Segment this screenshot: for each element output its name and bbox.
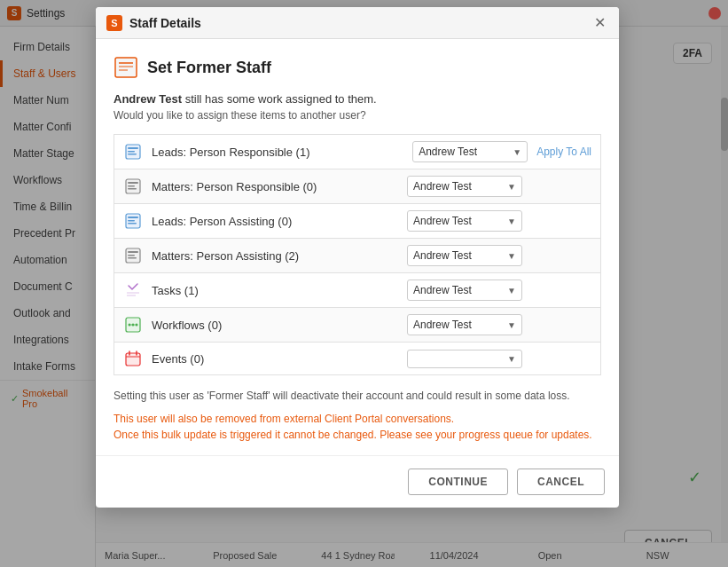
modal-titlebar: S Staff Details ✕ bbox=[96, 7, 619, 39]
info-text: Setting this user as 'Former Staff' will… bbox=[114, 388, 601, 404]
set-former-staff-icon bbox=[114, 55, 138, 80]
dropdown-caret-3: ▼ bbox=[507, 251, 516, 261]
row-dropdown-1[interactable]: Andrew Test ▼ bbox=[407, 176, 522, 197]
modal-body: Set Former Staff Andrew Test still has s… bbox=[96, 39, 619, 443]
svg-rect-6 bbox=[128, 151, 135, 153]
assign-row-events: Events (0) ▼ bbox=[114, 342, 601, 375]
dropdown-caret-0: ▼ bbox=[513, 147, 521, 157]
svg-rect-13 bbox=[128, 217, 138, 218]
modal-footer: CONTINUE CANCEL bbox=[96, 455, 619, 508]
workflows-icon bbox=[123, 315, 143, 335]
assign-row-leads-assisting: Leads: Person Assisting (0) Andrew Test … bbox=[114, 203, 601, 238]
svg-rect-17 bbox=[128, 251, 138, 253]
row-dropdown-6[interactable]: ▼ bbox=[407, 350, 522, 368]
modal-close-button[interactable]: ✕ bbox=[591, 14, 608, 32]
assign-row-tasks: Tasks (1) Andrew Test ▼ bbox=[114, 272, 601, 307]
svg-rect-15 bbox=[128, 223, 137, 224]
row-label-2: Leads: Person Assisting (0) bbox=[152, 215, 407, 228]
assignment-rows: Leads: Person Responsible (1) Andrew Tes… bbox=[114, 134, 601, 375]
leads-assisting-icon bbox=[123, 211, 143, 231]
staff-details-modal: S Staff Details ✕ Set Former Staff bbox=[96, 7, 619, 508]
svg-point-24 bbox=[132, 324, 135, 327]
row-label-1: Matters: Person Responsible (0) bbox=[152, 180, 407, 193]
row-label-6: Events (0) bbox=[152, 352, 407, 366]
assign-row-matters-assisting: Matters: Person Assisting (2) Andrew Tes… bbox=[114, 238, 601, 272]
modal-heading: Set Former Staff bbox=[147, 59, 271, 77]
continue-button[interactable]: CONTINUE bbox=[408, 469, 508, 495]
row-label-5: Workflows (0) bbox=[152, 319, 407, 332]
assign-row-matters-responsible: Matters: Person Responsible (0) Andrew T… bbox=[114, 169, 601, 203]
modal-warning: Andrew Test still has some work assigned… bbox=[114, 92, 601, 106]
row-dropdown-0[interactable]: Andrew Test ▼ bbox=[412, 141, 528, 162]
cancel-button[interactable]: CANCEL bbox=[517, 469, 605, 495]
dropdown-caret-5: ▼ bbox=[507, 320, 516, 330]
assign-row-leads-responsible: Leads: Person Responsible (1) Andrew Tes… bbox=[114, 134, 601, 169]
dropdown-caret-6: ▼ bbox=[507, 354, 516, 364]
modal-title: Staff Details bbox=[129, 16, 201, 30]
events-icon bbox=[123, 349, 143, 368]
row-label-0: Leads: Person Responsible (1) bbox=[152, 146, 412, 159]
svg-rect-9 bbox=[128, 182, 138, 184]
matters-assisting-icon bbox=[123, 246, 143, 265]
row-label-4: Tasks (1) bbox=[152, 284, 407, 297]
row-label-3: Matters: Person Assisting (2) bbox=[152, 249, 407, 263]
svg-rect-28 bbox=[126, 353, 140, 366]
dropdown-caret-2: ▼ bbox=[507, 217, 516, 226]
row-dropdown-4[interactable]: Andrew Test ▼ bbox=[407, 280, 522, 301]
modal-overlay: S Staff Details ✕ Set Former Staff bbox=[0, 0, 728, 567]
row-dropdown-2[interactable]: Andrew Test ▼ bbox=[407, 210, 522, 232]
svg-rect-10 bbox=[128, 185, 135, 187]
svg-point-23 bbox=[129, 324, 131, 327]
modal-logo: S bbox=[106, 15, 122, 31]
svg-rect-7 bbox=[128, 154, 137, 155]
tasks-icon bbox=[123, 280, 143, 300]
modal-subtitle: Would you like to assign these items to … bbox=[114, 109, 601, 122]
matters-icon bbox=[123, 177, 143, 196]
svg-point-25 bbox=[136, 324, 138, 327]
svg-rect-5 bbox=[128, 147, 138, 149]
row-dropdown-5[interactable]: Andrew Test ▼ bbox=[407, 314, 522, 335]
svg-rect-11 bbox=[128, 188, 137, 190]
assign-row-workflows: Workflows (0) Andrew Test ▼ bbox=[114, 307, 601, 342]
svg-rect-14 bbox=[128, 220, 135, 222]
dropdown-caret-1: ▼ bbox=[507, 182, 516, 192]
row-dropdown-3[interactable]: Andrew Test ▼ bbox=[407, 245, 522, 266]
info-text-orange-1: This user will also be removed from exte… bbox=[114, 411, 601, 443]
svg-rect-0 bbox=[115, 58, 137, 77]
leads-icon bbox=[123, 142, 143, 161]
apply-all-button[interactable]: Apply To All bbox=[536, 146, 591, 158]
svg-rect-19 bbox=[128, 257, 137, 259]
dropdown-caret-4: ▼ bbox=[507, 286, 516, 295]
svg-rect-18 bbox=[128, 255, 135, 256]
